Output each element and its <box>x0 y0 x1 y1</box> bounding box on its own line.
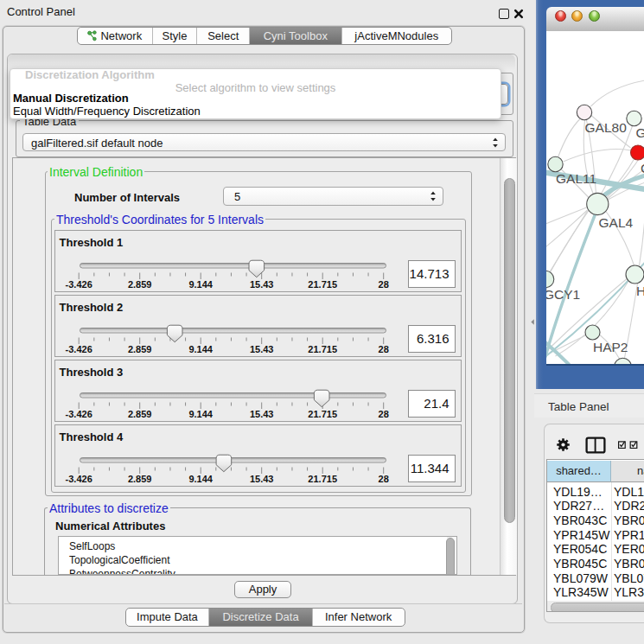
svg-text:GA: GA <box>635 125 644 140</box>
svg-text:-3.426: -3.426 <box>65 409 92 419</box>
svg-text:28: 28 <box>378 279 388 290</box>
svg-text:15.43: 15.43 <box>249 409 273 419</box>
svg-text:HAP2: HAP2 <box>593 340 628 354</box>
svg-text:21.715: 21.715 <box>308 474 337 484</box>
svg-text:15.43: 15.43 <box>249 474 273 484</box>
svg-text:-3.426: -3.426 <box>65 474 92 484</box>
svg-text:2.859: 2.859 <box>127 474 151 484</box>
svg-text:28: 28 <box>378 474 388 484</box>
svg-text:H: H <box>636 284 644 298</box>
svg-text:21.715: 21.715 <box>308 279 337 290</box>
svg-text:21.715: 21.715 <box>308 344 337 354</box>
svg-text:-3.426: -3.426 <box>65 279 92 290</box>
svg-text:9.144: 9.144 <box>188 409 213 419</box>
svg-text:15.43: 15.43 <box>249 279 273 290</box>
svg-text:2.859: 2.859 <box>127 409 151 419</box>
svg-text:9.144: 9.144 <box>188 474 213 484</box>
svg-text:28: 28 <box>378 409 388 419</box>
svg-text:GCY1: GCY1 <box>546 287 580 302</box>
svg-text:9.144: 9.144 <box>188 279 213 290</box>
svg-text:C: C <box>641 161 644 175</box>
svg-text:9.144: 9.144 <box>188 344 213 354</box>
svg-text:2.859: 2.859 <box>127 279 151 290</box>
svg-text:GAL80: GAL80 <box>584 120 627 135</box>
svg-text:GAL4: GAL4 <box>598 215 633 230</box>
svg-text:21.715: 21.715 <box>308 409 337 419</box>
svg-text:28: 28 <box>378 344 388 354</box>
svg-text:15.43: 15.43 <box>249 344 273 354</box>
svg-text:-3.426: -3.426 <box>65 344 92 354</box>
svg-text:2.859: 2.859 <box>127 344 151 354</box>
svg-text:GAL11: GAL11 <box>556 171 596 186</box>
